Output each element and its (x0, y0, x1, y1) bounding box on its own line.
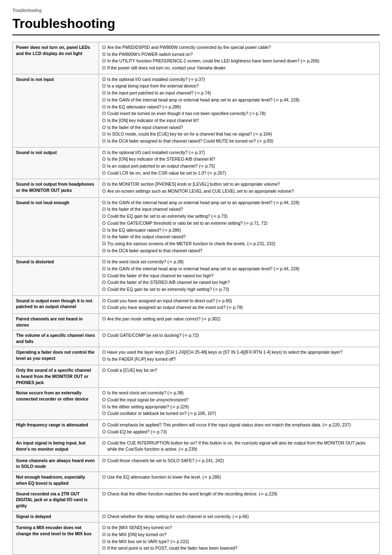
bullet-icon (102, 235, 106, 238)
bullet-icon (102, 201, 106, 204)
solution-line: Is the optional I/O card installed corre… (102, 150, 376, 156)
problem-cell: Sound is not output from headphones or t… (13, 179, 99, 197)
solution-line: Could insert be turned on even though it… (102, 111, 376, 117)
solution-text: Could insert be turned on even though it… (107, 111, 265, 117)
bullet-icon (102, 189, 106, 193)
table-row: Sound is not inputIs the optional I/O ca… (13, 74, 380, 147)
solution-line: Is the [ON] key indicator of the STEREO … (102, 156, 376, 162)
bullet-icon (102, 78, 106, 81)
bullet-icon (102, 221, 106, 225)
solution-cell: Could the CUE INTERRUPTION button be on?… (99, 438, 380, 455)
solution-line: In the UTILITY function PREFERENCE-2 scr… (102, 58, 376, 64)
solution-line: Could emphasis be applied? This problem … (102, 422, 376, 428)
solution-line: Is a signal being input from the externa… (102, 83, 376, 89)
solution-line: Is the GAIN of the internal head amp or … (102, 97, 376, 103)
bullet-icon (102, 119, 106, 122)
solution-text: Could EQ be applied? (➾ p.73) (107, 429, 167, 435)
solution-line: Is the MONITOR section [PHONES] knob or … (102, 181, 376, 187)
solution-line: Is the DCA fader assigned to that channe… (102, 138, 376, 144)
solution-text: Is the MONITOR section [PHONES] knob or … (107, 181, 280, 187)
solution-cell: Is the MONITOR section [PHONES] knob or … (99, 179, 380, 197)
bullet-icon (102, 228, 106, 232)
solution-line: Could the input signal be unsynchronized… (102, 397, 376, 403)
table-row: Operating a fader does not control the l… (13, 347, 380, 365)
bullet-icon (102, 132, 106, 136)
solution-cell: Check that the dither function matches t… (99, 488, 380, 511)
solution-text: Is the GAIN of the internal head amp or … (107, 97, 300, 103)
solution-cell: Is the word clock set correctly? (➾ p.38… (99, 257, 380, 295)
solution-line: Could the EQ gain be set to an extremely… (102, 286, 376, 292)
solution-line: Have you used the layer keys ([CH 1-24]/… (102, 349, 376, 355)
bullet-icon (102, 405, 106, 408)
solution-line: Is the fader of the output channel raise… (102, 234, 376, 240)
solution-line: Use the EQ attenuator function to lower … (102, 474, 376, 480)
solution-line: If the power still does not turn on, con… (102, 65, 376, 71)
bullet-icon (102, 59, 106, 62)
solution-line: Could the EQ gain be set to an extremely… (102, 213, 376, 219)
solution-cell: Could emphasis be applied? This problem … (99, 420, 380, 438)
problem-cell: An input signal is being input, but ther… (13, 438, 99, 455)
solution-line: Could those channels be set to SOLO SAFE… (102, 458, 376, 464)
table-row: Power does not turn on, panel LEDs and t… (13, 42, 380, 74)
solution-line: Is the [MIX SEND] key turned on? (102, 525, 376, 531)
solution-text: Could oscillator or talkback be turned o… (107, 410, 216, 417)
solution-line: Try using the various screens of the MET… (102, 241, 376, 247)
problem-cell: High frequency range is attenuated (13, 420, 99, 438)
problem-cell: The volume of a specific channel rises a… (13, 330, 99, 347)
bullet-icon (102, 423, 106, 426)
bullet-icon (102, 66, 106, 69)
solution-cell: Is the optional I/O card installed corre… (99, 74, 380, 147)
solution-text: Could the CUE INTERRUPTION button be on?… (107, 440, 376, 452)
problem-cell: Not enough headroom, especially when EQ … (13, 472, 99, 488)
solution-cell: Is the word clock set correctly? (➾ p.38… (99, 388, 380, 420)
bullet-icon (102, 412, 106, 415)
solution-text: Check whether the delay setting for each… (107, 514, 249, 520)
solution-text: Is the [MIX SEND] key turned on? (107, 525, 172, 531)
solution-line: Is the fader of the input channel raised… (102, 206, 376, 212)
bullet-icon (102, 459, 106, 462)
solution-cell: Could GATE/COMP be set to ducking? (➾ p.… (99, 330, 380, 347)
page-title: Troubleshooting (12, 16, 380, 35)
solution-line: Is the [ON] key indicator of the input c… (102, 117, 376, 124)
solution-line: Are the PM5D/DSP5D and PW800W correctly … (102, 44, 376, 51)
bullet-icon (102, 540, 106, 543)
bullet-icon (102, 274, 106, 277)
problem-cell: Sound is not loud enough (13, 197, 99, 257)
solution-text: Is the GAIN of the internal head amp or … (107, 266, 300, 272)
bullet-icon (102, 334, 106, 337)
solution-text: Could the fader of the input channel be … (107, 273, 214, 279)
bullet-icon (102, 151, 106, 154)
solution-text: Try using the various screens of the MET… (107, 241, 275, 247)
solution-cell: Could a [CUE] key be on? (99, 365, 380, 388)
solution-cell: Have you used the layer keys ([CH 1-24]/… (99, 347, 380, 365)
solution-text: Is the EQ attenuator raised? (➾ p.286) (107, 227, 181, 233)
solution-text: Could those channels be set to SOLO SAFE… (107, 458, 224, 464)
solution-cell: Are the pan mode setting and pan value c… (99, 314, 380, 330)
solution-text: Is the MIX bus set to VARI type? (➾ p.22… (107, 539, 189, 545)
bullet-icon (102, 350, 106, 354)
solution-text: In SOLO mode, could the [CUE] key be on … (107, 131, 272, 137)
problem-cell: Operating a fader does not control the l… (13, 347, 99, 365)
table-row: An input signal is being input, but ther… (13, 438, 380, 455)
solution-line: Is the GAIN of the internal head amp or … (102, 266, 376, 272)
bullet-icon (102, 546, 106, 550)
solution-text: Could LCR be on, and the CSR value be se… (107, 170, 226, 176)
solution-cell: Is the GAIN of the internal head amp or … (99, 197, 380, 257)
bullet-icon (102, 242, 106, 245)
solution-text: Is the optional I/O card installed corre… (107, 76, 205, 83)
solution-line: Is the GAIN of the internal head amp or … (102, 200, 376, 206)
problem-cell: Only the sound of a specific channel is … (13, 365, 99, 388)
solution-text: Is the optional I/O card installed corre… (107, 150, 205, 156)
solution-text: Is the word clock set correctly? (➾ p.38… (107, 259, 184, 265)
table-row: Paired channels are not heard in stereoA… (13, 314, 380, 330)
bullet-icon (102, 139, 106, 143)
table-row: Sound is not outputIs the optional I/O c… (13, 147, 380, 179)
solution-text: Are on-screen settings such as MONITOR L… (107, 188, 294, 194)
solution-line: Could a [CUE] key be on? (102, 367, 376, 373)
solution-line: Check whether the delay setting for each… (102, 514, 376, 520)
solution-line: Could oscillator or talkback be turned o… (102, 410, 376, 417)
problem-cell: Signal is delayed (13, 511, 99, 523)
solution-text: Could the fader of the STEREO A/B channe… (107, 279, 230, 286)
bullet-icon (102, 281, 106, 284)
table-row: Noise occurs from an externally connecte… (13, 388, 380, 420)
